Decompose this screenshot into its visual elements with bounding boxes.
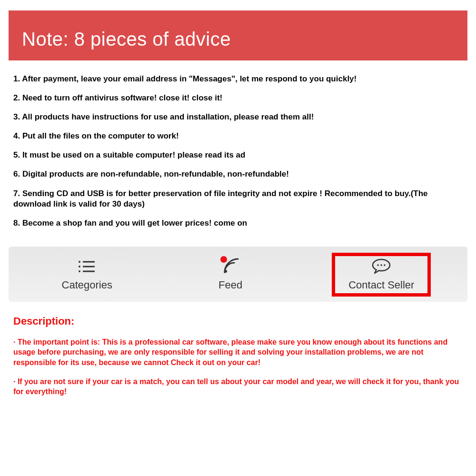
svg-point-6 bbox=[224, 270, 227, 273]
nav-label: Categories bbox=[62, 279, 112, 291]
description-title: Description: bbox=[13, 315, 463, 327]
nav-categories[interactable]: Categories bbox=[48, 255, 127, 294]
nav-bar: Categories Feed Contact Seller bbox=[9, 247, 467, 302]
header-banner: Note: 8 pieces of advice bbox=[9, 10, 467, 60]
svg-point-10 bbox=[384, 264, 386, 266]
advice-item: 2. Need to turn off antivirus software! … bbox=[13, 93, 463, 103]
svg-point-2 bbox=[79, 266, 80, 268]
speech-bubble-icon bbox=[371, 258, 392, 275]
advice-item: 8. Become a shop fan and you will get lo… bbox=[13, 218, 463, 228]
nav-label: Feed bbox=[218, 279, 242, 291]
notification-dot-icon bbox=[220, 256, 227, 263]
header-title: Note: 8 pieces of advice bbox=[22, 29, 231, 50]
description-section: Description: · The important point is: T… bbox=[0, 302, 476, 397]
advice-item: 1. After payment, leave your email addre… bbox=[13, 74, 463, 84]
nav-contact-seller[interactable]: Contact Seller bbox=[334, 255, 428, 294]
nav-label: Contact Seller bbox=[348, 279, 414, 291]
description-paragraph: · If you are not sure if your car is a m… bbox=[13, 377, 463, 397]
advice-item: 4. Put all the files on the computer to … bbox=[13, 131, 463, 141]
nav-feed[interactable]: Feed bbox=[204, 255, 257, 294]
advice-item: 5. It must be used on a suitable compute… bbox=[13, 150, 463, 160]
svg-point-8 bbox=[377, 264, 379, 266]
description-paragraph: · The important point is: This is a prof… bbox=[13, 337, 463, 368]
svg-point-0 bbox=[79, 261, 80, 263]
list-icon bbox=[78, 258, 97, 275]
advice-item: 6. Digital products are non-refundable, … bbox=[13, 169, 463, 179]
svg-point-9 bbox=[381, 264, 383, 266]
advice-item: 3. All products have instructions for us… bbox=[13, 112, 463, 122]
advice-item: 7. Sending CD and USB is for better pres… bbox=[13, 188, 463, 209]
svg-point-4 bbox=[79, 270, 80, 272]
advice-list: 1. After payment, leave your email addre… bbox=[0, 60, 476, 242]
